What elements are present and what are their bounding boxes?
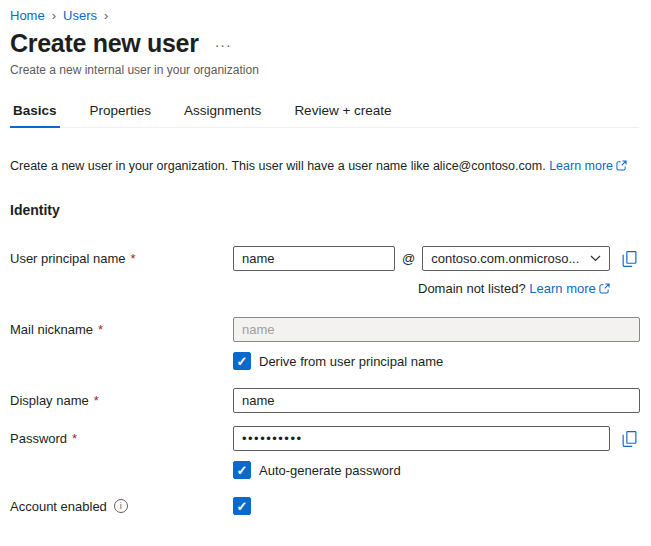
identity-section-heading: Identity	[10, 202, 639, 218]
tab-basics[interactable]: Basics	[10, 97, 60, 127]
domain-dropdown[interactable]: contoso.com.onmicroso...	[422, 246, 610, 271]
checkmark-icon: ✓	[237, 464, 248, 477]
mail-nickname-label-text: Mail nickname	[10, 322, 93, 337]
password-label-text: Password	[10, 431, 67, 446]
domain-learn-more-link[interactable]: Learn more	[529, 281, 609, 296]
required-asterisk: *	[72, 431, 77, 446]
chevron-down-icon	[590, 255, 601, 262]
mail-nickname-label: Mail nickname*	[10, 322, 233, 337]
chevron-right-icon: ›	[104, 9, 108, 22]
mail-nickname-input	[233, 317, 640, 342]
domain-hint-text: Domain not listed?	[418, 281, 526, 296]
breadcrumb-home-link[interactable]: Home	[10, 8, 45, 23]
upn-label: User principal name*	[10, 251, 233, 266]
chevron-right-icon: ›	[52, 9, 56, 22]
breadcrumb-users-link[interactable]: Users	[63, 8, 97, 23]
account-enabled-checkbox[interactable]: ✓	[233, 497, 251, 515]
display-name-label-text: Display name	[10, 393, 89, 408]
more-options-icon[interactable]: ···	[215, 37, 232, 53]
page-title: Create new user	[10, 29, 199, 58]
page-header: Create new user ···	[10, 27, 639, 58]
external-link-icon	[599, 282, 610, 297]
copy-icon[interactable]	[621, 430, 638, 448]
tab-assignments[interactable]: Assignments	[181, 97, 264, 127]
domain-dropdown-value: contoso.com.onmicroso...	[431, 251, 579, 266]
derive-from-upn-checkbox[interactable]: ✓	[233, 352, 251, 370]
tab-review-create[interactable]: Review + create	[291, 97, 394, 127]
upn-label-text: User principal name	[10, 251, 126, 266]
intro-learn-more-link[interactable]: Learn more	[549, 159, 627, 173]
tab-bar: Basics Properties Assignments Review + c…	[10, 97, 639, 128]
checkmark-icon: ✓	[237, 500, 248, 513]
create-user-page: Home › Users › Create new user ··· Creat…	[0, 0, 651, 515]
learn-more-label: Learn more	[549, 159, 613, 173]
password-label: Password*	[10, 431, 233, 446]
intro-text: Create a new user in your organization. …	[10, 159, 639, 174]
display-name-label: Display name*	[10, 393, 233, 408]
required-asterisk: *	[131, 251, 136, 266]
mail-nickname-row: Mail nickname*	[10, 317, 639, 342]
account-enabled-label: Account enabled i	[10, 499, 233, 514]
required-asterisk: *	[94, 393, 99, 408]
derive-checkbox-row: ✓ Derive from user principal name	[233, 352, 639, 370]
derive-checkbox-label: Derive from user principal name	[259, 354, 443, 369]
upn-control: @ contoso.com.onmicroso...	[233, 246, 638, 271]
info-icon[interactable]: i	[114, 499, 128, 513]
account-enabled-label-text: Account enabled	[10, 499, 107, 514]
copy-icon[interactable]	[621, 250, 638, 268]
auto-generate-checkbox-label: Auto-generate password	[259, 463, 401, 478]
mail-nickname-control	[233, 317, 640, 342]
basics-form: User principal name* @ contoso.com.onmic…	[10, 246, 639, 515]
account-enabled-row: Account enabled i ✓	[10, 497, 639, 515]
checkmark-icon: ✓	[237, 355, 248, 368]
password-control	[233, 426, 638, 451]
password-row: Password*	[10, 426, 639, 451]
required-asterisk: *	[98, 322, 103, 337]
at-sign: @	[402, 251, 415, 266]
display-name-control	[233, 388, 640, 413]
account-enabled-control: ✓	[233, 497, 251, 515]
auto-generate-checkbox-row: ✓ Auto-generate password	[233, 461, 639, 479]
intro-sentence: Create a new user in your organization. …	[10, 159, 546, 173]
upn-input[interactable]	[233, 246, 395, 271]
auto-generate-password-checkbox[interactable]: ✓	[233, 461, 251, 479]
domain-hint: Domain not listed? Learn more	[418, 281, 639, 297]
learn-more-label: Learn more	[529, 281, 595, 296]
page-subtitle: Create a new internal user in your organ…	[10, 63, 639, 77]
external-link-icon	[616, 160, 627, 174]
breadcrumb: Home › Users ›	[10, 6, 639, 27]
display-name-row: Display name*	[10, 388, 639, 413]
tab-properties[interactable]: Properties	[87, 97, 155, 127]
password-input[interactable]	[233, 426, 610, 451]
display-name-input[interactable]	[233, 388, 640, 413]
upn-row: User principal name* @ contoso.com.onmic…	[10, 246, 639, 271]
